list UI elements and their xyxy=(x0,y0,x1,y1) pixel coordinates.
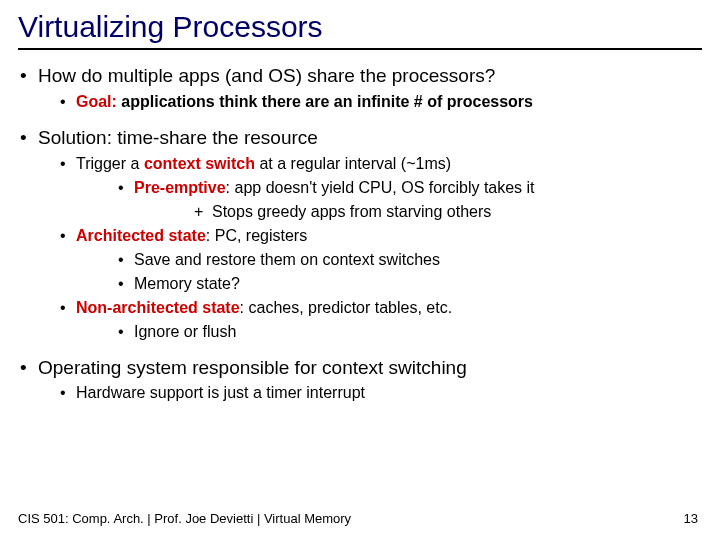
trigger-post: at a regular interval (~1ms) xyxy=(255,155,451,172)
question-text: How do multiple apps (and OS) share the … xyxy=(38,65,495,86)
bullet-block-3: Operating system responsible for context… xyxy=(18,356,702,404)
solution-bullet: Solution: time-share the resource Trigge… xyxy=(18,126,702,342)
arch-state-label: Architected state xyxy=(76,227,206,244)
bullet-block-2: Solution: time-share the resource Trigge… xyxy=(18,126,702,342)
context-switch-label: context switch xyxy=(144,155,255,172)
goal-text: applications think there are an infinite… xyxy=(117,93,533,110)
ignore-flush-bullet: Ignore or flush xyxy=(116,322,702,342)
sub-list: Goal: applications think there are an in… xyxy=(58,92,702,112)
os-bullet: Operating system responsible for context… xyxy=(18,356,702,404)
bullet-block-1: How do multiple apps (and OS) share the … xyxy=(18,64,702,112)
preemptive-label: Pre-emptive xyxy=(134,179,226,196)
goal-label: Goal: xyxy=(76,93,117,110)
hw-support-bullet: Hardware support is just a timer interru… xyxy=(58,383,702,403)
sub-sub-list: Ignore or flush xyxy=(116,322,702,342)
save-restore-bullet: Save and restore them on context switche… xyxy=(116,250,702,270)
trigger-pre: Trigger a xyxy=(76,155,144,172)
memory-state-bullet: Memory state? xyxy=(116,274,702,294)
preemptive-bullet: Pre-emptive: app doesn't yield CPU, OS f… xyxy=(116,178,702,222)
question-bullet: How do multiple apps (and OS) share the … xyxy=(18,64,702,112)
sub-list: Hardware support is just a timer interru… xyxy=(58,383,702,403)
sub-sub-list: Save and restore them on context switche… xyxy=(116,250,702,294)
nonarch-state-label: Non-architected state xyxy=(76,299,240,316)
nonarch-state-text: : caches, predictor tables, etc. xyxy=(240,299,453,316)
solution-text: Solution: time-share the resource xyxy=(38,127,318,148)
slide: Virtualizing Processors How do multiple … xyxy=(0,0,720,540)
trigger-bullet: Trigger a context switch at a regular in… xyxy=(58,154,702,222)
os-text: Operating system responsible for context… xyxy=(38,357,467,378)
footer-text: CIS 501: Comp. Arch. | Prof. Joe Deviett… xyxy=(18,511,351,526)
stops-greedy-bullet: Stops greedy apps from starving others xyxy=(194,202,702,222)
plus-list: Stops greedy apps from starving others xyxy=(194,202,702,222)
preemptive-text: : app doesn't yield CPU, OS forcibly tak… xyxy=(226,179,535,196)
arch-state-bullet: Architected state: PC, registers Save an… xyxy=(58,226,702,294)
page-number: 13 xyxy=(684,511,698,526)
nonarch-state-bullet: Non-architected state: caches, predictor… xyxy=(58,298,702,342)
sub-sub-list: Pre-emptive: app doesn't yield CPU, OS f… xyxy=(116,178,702,222)
goal-bullet: Goal: applications think there are an in… xyxy=(58,92,702,112)
slide-title: Virtualizing Processors xyxy=(18,10,702,50)
sub-list: Trigger a context switch at a regular in… xyxy=(58,154,702,342)
arch-state-text: : PC, registers xyxy=(206,227,307,244)
